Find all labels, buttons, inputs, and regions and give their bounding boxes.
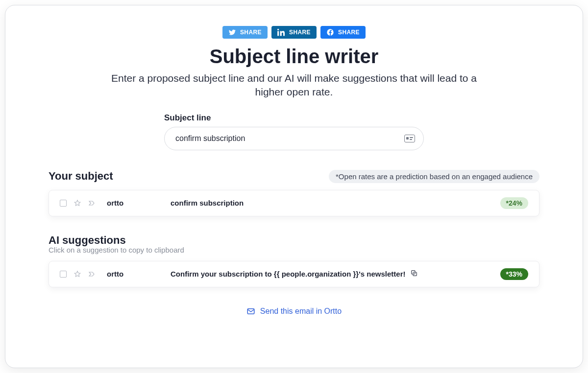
checkbox-icon[interactable] — [60, 271, 67, 278]
tag-icon[interactable] — [88, 199, 96, 207]
ai-heading: AI suggestions — [49, 234, 126, 247]
row-icons — [60, 199, 96, 207]
your-subject-heading: Your subject — [49, 170, 113, 183]
your-subject-card: ortto confirm subscription *24% — [49, 190, 539, 216]
facebook-icon — [326, 28, 334, 36]
subject-field: Subject line — [164, 113, 424, 150]
share-twitter-label: SHARE — [240, 29, 262, 36]
ai-header: AI suggestions — [49, 234, 539, 247]
twitter-icon — [228, 28, 236, 36]
open-rate-badge: *24% — [500, 197, 528, 209]
checkbox-icon[interactable] — [60, 200, 67, 207]
your-subject-text: confirm subscription — [171, 199, 244, 207]
mail-icon — [246, 307, 255, 316]
sender-name: ortto — [107, 270, 171, 278]
share-linkedin-label: SHARE — [289, 29, 311, 36]
share-facebook-button[interactable]: SHARE — [320, 26, 366, 39]
your-subject-header: Your subject *Open rates are a predictio… — [49, 170, 539, 183]
subject-input-wrap — [164, 127, 424, 150]
ai-suggestion-card[interactable]: ortto Confirm your subscription to {{ pe… — [49, 261, 539, 287]
subject-field-label: Subject line — [164, 113, 424, 123]
send-row: Send this email in Ortto — [246, 307, 342, 316]
ai-suggestion-text: Confirm your subscription to {{ people.o… — [171, 270, 405, 278]
share-twitter-button[interactable]: SHARE — [222, 26, 268, 39]
star-icon[interactable] — [74, 270, 81, 278]
row-icons — [60, 270, 96, 278]
star-icon[interactable] — [74, 199, 81, 207]
page-subtitle: Enter a proposed subject line and our AI… — [108, 71, 480, 99]
ai-hint: Click on a suggestion to copy to clipboa… — [49, 246, 539, 254]
share-facebook-label: SHARE — [338, 29, 360, 36]
subject-input[interactable] — [164, 127, 424, 150]
sender-name: ortto — [107, 199, 171, 207]
linkedin-icon — [277, 28, 285, 36]
tag-icon[interactable] — [88, 270, 96, 278]
open-rate-badge: *33% — [500, 268, 528, 280]
page-title: Subject line writer — [210, 46, 379, 68]
copy-icon[interactable] — [410, 269, 418, 279]
autofill-icon[interactable] — [404, 135, 415, 142]
app-window: SHARE SHARE SHARE Subject line writer En… — [5, 5, 583, 368]
send-in-ortto-link[interactable]: Send this email in Ortto — [260, 307, 342, 316]
share-row: SHARE SHARE SHARE — [222, 26, 366, 39]
share-linkedin-button[interactable]: SHARE — [271, 26, 317, 39]
open-rate-note: *Open rates are a prediction based on an… — [329, 170, 539, 183]
